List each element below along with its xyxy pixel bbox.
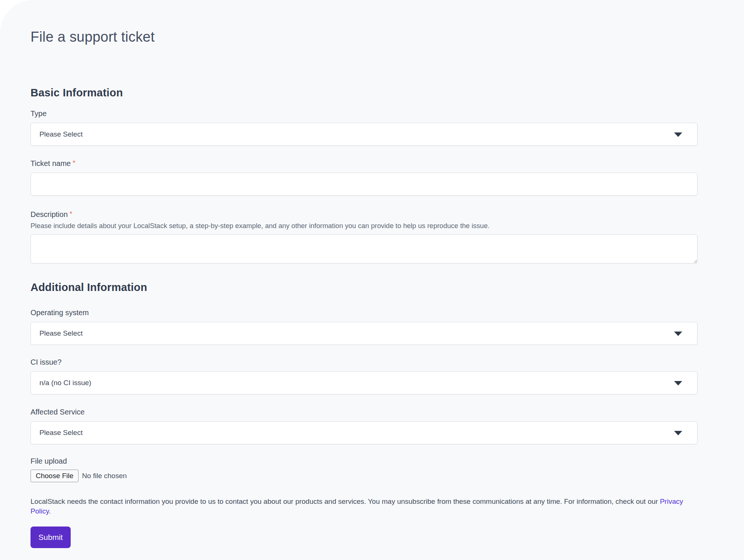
file-upload-status: No file chosen [82, 472, 126, 480]
description-helper-text: Please include details about your LocalS… [31, 222, 698, 230]
operating-system-select-value: Please Select [39, 329, 83, 337]
chevron-down-icon [674, 132, 682, 137]
description-required-asterisk: * [70, 210, 72, 218]
file-upload-label: File upload [31, 457, 698, 465]
disclaimer-text-before: LocalStack needs the contact information… [31, 497, 660, 505]
chevron-down-icon [674, 381, 682, 385]
ticket-name-label: Ticket name* [31, 159, 698, 168]
ticket-name-required-asterisk: * [73, 159, 75, 167]
ci-issue-label: CI issue? [31, 358, 698, 367]
affected-service-select-value: Please Select [39, 429, 83, 437]
disclaimer-text-after: . [49, 507, 51, 515]
file-upload-label-text: File upload [31, 457, 67, 465]
description-label: Description* [31, 210, 698, 219]
affected-service-label-text: Affected Service [31, 408, 84, 416]
privacy-disclaimer: LocalStack needs the contact information… [31, 497, 698, 516]
ticket-name-input[interactable] [31, 173, 698, 196]
section-heading-basic-information: Basic Information [31, 87, 698, 99]
choose-file-button[interactable]: Choose File [31, 470, 78, 482]
support-ticket-form: File a support ticket Basic Information … [0, 0, 744, 548]
support-ticket-page: File a support ticket Basic Information … [0, 0, 744, 560]
type-select[interactable]: Please Select [31, 123, 698, 146]
page-title: File a support ticket [31, 29, 698, 45]
submit-button[interactable]: Submit [31, 527, 71, 548]
chevron-down-icon [674, 431, 682, 435]
ci-issue-select[interactable]: n/a (no CI issue) [31, 371, 698, 394]
section-heading-additional-information: Additional Information [31, 281, 698, 294]
description-label-text: Description [31, 210, 68, 218]
type-label-text: Type [31, 109, 46, 118]
operating-system-label-text: Operating system [31, 308, 89, 317]
file-upload-control: Choose File No file chosen [31, 470, 698, 482]
ci-issue-label-text: CI issue? [31, 358, 61, 366]
chevron-down-icon [674, 332, 682, 336]
type-select-value: Please Select [39, 130, 83, 138]
operating-system-select[interactable]: Please Select [31, 322, 698, 345]
affected-service-label: Affected Service [31, 408, 698, 416]
operating-system-label: Operating system [31, 308, 698, 317]
type-label: Type [31, 109, 698, 118]
description-textarea[interactable] [31, 234, 698, 263]
affected-service-select[interactable]: Please Select [31, 421, 698, 444]
ci-issue-select-value: n/a (no CI issue) [39, 379, 91, 387]
ticket-name-label-text: Ticket name [31, 159, 71, 167]
